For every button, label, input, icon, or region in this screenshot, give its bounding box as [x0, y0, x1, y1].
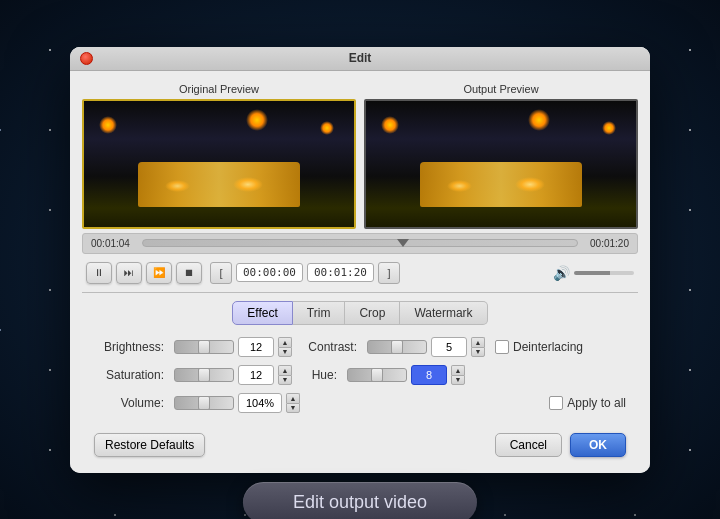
- pause-button[interactable]: ⏸: [86, 262, 112, 284]
- brightness-slider[interactable]: [174, 340, 234, 354]
- street-light-1: [99, 116, 117, 134]
- cancel-button[interactable]: Cancel: [495, 433, 562, 457]
- bracket-left-button[interactable]: [: [210, 262, 232, 284]
- volume-slider-container: ▲ ▼: [174, 393, 300, 413]
- end-time-display: 00:01:20: [307, 263, 374, 282]
- brightness-slider-container: ▲ ▼: [174, 337, 292, 357]
- saturation-down[interactable]: ▼: [278, 375, 292, 385]
- brightness-down[interactable]: ▼: [278, 347, 292, 357]
- output-street-light-1: [381, 116, 399, 134]
- next-frame-button[interactable]: ⏭: [116, 262, 142, 284]
- timeline-area: 00:01:04 00:01:20: [82, 233, 638, 254]
- volume-input[interactable]: [238, 393, 282, 413]
- contrast-stepper: ▲ ▼: [471, 337, 485, 357]
- volume-stepper: ▲ ▼: [286, 393, 300, 413]
- contrast-slider[interactable]: [367, 340, 427, 354]
- current-time-display: 00:00:00: [236, 263, 303, 282]
- timeline-start-time: 00:01:04: [91, 238, 136, 249]
- controls-row: ⏸ ⏭ ⏩ ⏹ [ 00:00:00 00:01:20 ] 🔊: [82, 262, 638, 284]
- divider: [82, 292, 638, 293]
- brightness-row: Brightness: ▲ ▼ Contrast: ▲ ▼: [94, 337, 626, 357]
- tab-crop[interactable]: Crop: [345, 301, 400, 325]
- volume-icon: 🔊: [553, 265, 570, 281]
- volume-down[interactable]: ▼: [286, 403, 300, 413]
- saturation-up[interactable]: ▲: [278, 365, 292, 375]
- volume-area: 🔊: [553, 265, 634, 281]
- contrast-input[interactable]: [431, 337, 467, 357]
- brightness-up[interactable]: ▲: [278, 337, 292, 347]
- close-button[interactable]: [80, 52, 93, 65]
- output-street-light-2: [528, 109, 550, 131]
- original-car-scene: [84, 101, 354, 227]
- contrast-label: Contrast:: [302, 340, 357, 354]
- headlight-left: [165, 180, 190, 192]
- street-light-3: [320, 121, 334, 135]
- hue-slider[interactable]: [347, 368, 407, 382]
- ok-button[interactable]: OK: [570, 433, 626, 457]
- saturation-slider-container: ▲ ▼: [174, 365, 292, 385]
- hue-up[interactable]: ▲: [451, 365, 465, 375]
- bottom-row: Restore Defaults Cancel OK: [82, 425, 638, 461]
- stop-button[interactable]: ⏹: [176, 262, 202, 284]
- output-preview-label: Output Preview: [364, 83, 638, 95]
- timeline-thumb[interactable]: [397, 239, 409, 247]
- preview-section: Original Preview Output Preview: [82, 83, 638, 229]
- apply-to-all-checkbox[interactable]: [549, 396, 563, 410]
- original-preview-label: Original Preview: [82, 83, 356, 95]
- volume-row: Volume: ▲ ▼ Apply to all: [94, 393, 626, 413]
- titlebar: Edit: [70, 47, 650, 71]
- volume-up[interactable]: ▲: [286, 393, 300, 403]
- deinterlacing-checkbox[interactable]: [495, 340, 509, 354]
- saturation-row: Saturation: ▲ ▼ Hue: ▲ ▼: [94, 365, 626, 385]
- bottom-pill: Edit output video: [243, 482, 477, 520]
- saturation-input[interactable]: [238, 365, 274, 385]
- apply-to-all-label[interactable]: Apply to all: [549, 396, 626, 410]
- saturation-label: Saturation:: [94, 368, 164, 382]
- tab-watermark[interactable]: Watermark: [400, 301, 487, 325]
- brightness-stepper: ▲ ▼: [278, 337, 292, 357]
- edit-window: Edit Original Preview Output Preview: [70, 47, 650, 473]
- tabs-row: Effect Trim Crop Watermark: [82, 301, 638, 325]
- window-title: Edit: [349, 51, 372, 65]
- content-area: Original Preview Output Preview: [70, 71, 650, 473]
- contrast-slider-container: ▲ ▼: [367, 337, 485, 357]
- skip-button[interactable]: ⏩: [146, 262, 172, 284]
- tab-effect[interactable]: Effect: [232, 301, 292, 325]
- deinterlacing-label[interactable]: Deinterlacing: [495, 340, 583, 354]
- hue-down[interactable]: ▼: [451, 375, 465, 385]
- output-preview-frame: [364, 99, 638, 229]
- hue-stepper: ▲ ▼: [451, 365, 465, 385]
- hue-slider-container: ▲ ▼: [347, 365, 465, 385]
- brightness-input[interactable]: [238, 337, 274, 357]
- hue-label: Hue:: [302, 368, 337, 382]
- timeline-end-time: 00:01:20: [584, 238, 629, 249]
- time-controls: [ 00:00:00 00:01:20 ]: [210, 262, 545, 284]
- timeline-track[interactable]: [142, 239, 578, 247]
- original-preview-container: Original Preview: [82, 83, 356, 229]
- volume-slider[interactable]: [574, 271, 634, 275]
- saturation-stepper: ▲ ▼: [278, 365, 292, 385]
- transport-buttons: ⏸ ⏭ ⏩ ⏹: [86, 262, 202, 284]
- saturation-slider[interactable]: [174, 368, 234, 382]
- volume-control-slider[interactable]: [174, 396, 234, 410]
- restore-defaults-button[interactable]: Restore Defaults: [94, 433, 205, 457]
- output-car-scene: [366, 101, 636, 227]
- brightness-label: Brightness:: [94, 340, 164, 354]
- street-light-2: [246, 109, 268, 131]
- hue-input[interactable]: [411, 365, 447, 385]
- settings-area: Brightness: ▲ ▼ Contrast: ▲ ▼: [82, 333, 638, 425]
- output-preview-container: Output Preview: [364, 83, 638, 229]
- contrast-down[interactable]: ▼: [471, 347, 485, 357]
- output-headlight-left: [447, 180, 472, 192]
- ok-cancel-group: Cancel OK: [495, 433, 626, 457]
- original-preview-frame: [82, 99, 356, 229]
- contrast-up[interactable]: ▲: [471, 337, 485, 347]
- volume-label: Volume:: [94, 396, 164, 410]
- output-street-light-3: [602, 121, 616, 135]
- bracket-right-button[interactable]: ]: [378, 262, 400, 284]
- tab-trim[interactable]: Trim: [293, 301, 346, 325]
